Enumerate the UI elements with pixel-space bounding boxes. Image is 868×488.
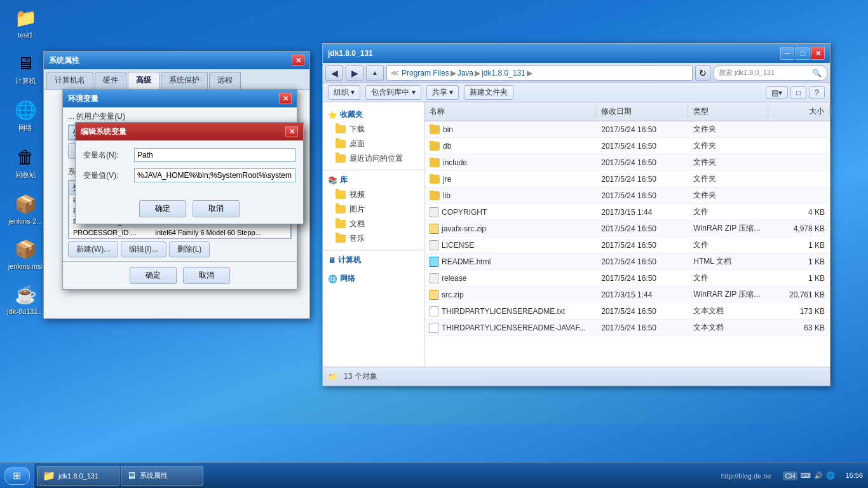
minimize-button[interactable]: ─ [780, 47, 794, 60]
search-box[interactable]: 搜索 jdk1.8.0_131 🔍 [713, 65, 827, 81]
file-row-db[interactable]: db 2017/5/24 16:50 文件夹 [424, 138, 830, 154]
desktop-icon-network[interactable]: 🌐 网络 [6, 98, 44, 133]
file-row-license[interactable]: LICENSE 2017/5/24 16:50 文件 1 KB [424, 237, 830, 254]
editvar-name-input[interactable] [134, 148, 295, 162]
maximize-button[interactable]: □ [796, 47, 810, 60]
tab-advanced[interactable]: 高级 [128, 72, 159, 89]
sys-edit-button[interactable]: 编辑(I)... [121, 241, 166, 257]
editvar-close-button[interactable]: ✕ [285, 126, 298, 137]
library-item-music[interactable]: 音乐 [323, 231, 424, 246]
close-button[interactable]: ✕ [811, 47, 825, 60]
add-to-library-button[interactable]: 包含到库中 ▾ [365, 85, 421, 100]
envvar-title: 环境变量 [68, 93, 98, 104]
favorites-item-desktop[interactable]: 桌面 [323, 137, 424, 151]
envvar-close-button[interactable]: ✕ [279, 93, 292, 104]
tray-icon-2[interactable]: 🌐 [826, 471, 835, 480]
favorites-item-download[interactable]: 下载 [323, 122, 424, 137]
organize-button[interactable]: 组织 ▾ [328, 85, 360, 100]
library-header[interactable]: 📚 库 [323, 173, 424, 187]
explorer-titlebar[interactable]: jdk1.8.0_131 ─ □ ✕ [323, 44, 830, 63]
library-item-pictures[interactable]: 图片 [323, 202, 424, 217]
file-row-javafx-zip[interactable]: javafx-src.zip 2017/5/24 16:50 WinRAR ZI… [424, 220, 830, 237]
lang-indicator[interactable]: CH [783, 471, 798, 480]
col-date-header[interactable]: 修改日期 [596, 105, 688, 118]
back-button[interactable]: ◀ [325, 65, 343, 81]
col-name-header[interactable]: 名称 [424, 105, 596, 118]
computer-icon: 🖥 [14, 51, 37, 74]
txt-icon-thirdparty-javaf [430, 323, 438, 333]
favorites-item-recent[interactable]: 最近访问的位置 [323, 151, 424, 166]
file-row-readme[interactable]: README.html 2017/5/24 16:50 HTML 文档 1 KB [424, 254, 830, 270]
editvar-value-input[interactable] [134, 168, 295, 182]
refresh-button[interactable]: ↻ [695, 65, 710, 81]
library-item-docs[interactable]: 文档 [323, 217, 424, 231]
file-row-thirdparty[interactable]: THIRDPARTYLICENSEREADME.txt 2017/5/24 16… [424, 303, 830, 320]
taskbar-item-sysprop[interactable]: 🖥 系统属性 [121, 466, 203, 486]
sys-var-processor-id[interactable]: PROCESSOR_ID ... Intel64 Family 6 Model … [69, 227, 291, 238]
taskbar-start[interactable]: ⊞ [0, 463, 34, 489]
library-item-video[interactable]: 视频 [323, 187, 424, 202]
envvar-ok-button[interactable]: 确定 [130, 267, 177, 284]
sys-new-button[interactable]: 新建(W)... [68, 241, 118, 257]
html-icon-readme [430, 257, 438, 267]
up-button[interactable]: ▲ [366, 65, 384, 81]
file-row-include[interactable]: include 2017/5/24 16:50 文件夹 [424, 154, 830, 171]
search-icon[interactable]: 🔍 [812, 69, 822, 78]
sysprop-close-button[interactable]: ✕ [292, 55, 304, 66]
tab-remote[interactable]: 远程 [209, 72, 241, 89]
folder-icon-db [430, 142, 440, 151]
editvar-titlebar[interactable]: 编辑系统变量 ✕ [76, 123, 303, 140]
envvar-cancel-button[interactable]: 取消 [183, 267, 230, 284]
address-path-item-1[interactable]: Program Files [402, 69, 449, 78]
desktop-icon-jdk131[interactable]: ☕ jdk-8u131... [6, 283, 44, 315]
file-row-src-zip[interactable]: src.zip 2017/3/15 1:44 WinRAR ZIP 压缩... … [424, 287, 830, 303]
desktop-icon-trash[interactable]: 🗑 回收站 [6, 146, 44, 180]
desktop-icon-computer[interactable]: 🖥 计算机 [6, 51, 44, 86]
envvar-titlebar[interactable]: 环境变量 ✕ [63, 90, 297, 107]
sysprop-titlebar[interactable]: 系统属性 ✕ [44, 51, 309, 69]
col-type-header[interactable]: 类型 [688, 105, 768, 118]
desktop-icon-label-jenkins2: jenkins-2... [6, 217, 44, 225]
file-icon-release [430, 273, 438, 283]
desktop-icon-test1[interactable]: 📁 test1 [6, 6, 44, 39]
library-section: 📚 库 视频 图片 文档 [323, 173, 424, 246]
taskbar-sysprop-icon: 🖥 [126, 470, 137, 482]
view-button[interactable]: ▤▾ [766, 86, 788, 99]
taskbar-item-jdk[interactable]: 📁 jdk1.8.0_131 [37, 466, 119, 486]
tray-icon-1[interactable]: 🔊 [814, 471, 823, 480]
ime-icon[interactable]: ⌨ [801, 471, 811, 480]
computer-header[interactable]: 🖥 计算机 [323, 253, 424, 268]
explorer-title: jdk1.8.0_131 [328, 49, 373, 58]
sys-delete-button[interactable]: 删除(L) [169, 241, 210, 257]
new-folder-button[interactable]: 新建文件夹 [464, 85, 513, 100]
share-button[interactable]: 共享 ▾ [426, 85, 459, 100]
file-row-bin[interactable]: bin 2017/5/24 16:50 文件夹 [424, 121, 830, 138]
col-size-header[interactable]: 大小 [768, 105, 830, 118]
editvar-cancel-button[interactable]: 取消 [193, 200, 240, 217]
file-row-copyright[interactable]: COPYRIGHT 2017/3/15 1:44 文件 4 KB [424, 204, 830, 220]
help-button[interactable]: ? [809, 86, 825, 99]
address-path-item-3[interactable]: jdk1.8.0_131 [482, 69, 526, 78]
favorites-header[interactable]: ⭐ 收藏夹 [323, 107, 424, 122]
editvar-ok-button[interactable]: 确定 [139, 200, 186, 217]
folder-icon-jre [430, 175, 440, 184]
tab-system-protection[interactable]: 系统保护 [161, 72, 208, 89]
forward-button[interactable]: ▶ [346, 65, 363, 81]
preview-button[interactable]: □ [790, 86, 806, 99]
address-path-item-2[interactable]: Java [458, 69, 473, 78]
file-row-thirdparty-javaf[interactable]: THIRDPARTYLICENSEREADME-JAVAF... 2017/5/… [424, 320, 830, 336]
file-row-jre[interactable]: jre 2017/5/24 16:50 文件夹 [424, 171, 830, 187]
video-folder-icon [336, 191, 346, 199]
tab-computer-name[interactable]: 计算机名 [46, 72, 93, 89]
tab-hardware[interactable]: 硬件 [95, 72, 126, 89]
taskbar-clock[interactable]: 16:56 [840, 471, 868, 480]
network-header[interactable]: 🌐 网络 [323, 271, 424, 286]
trash-icon: 🗑 [14, 146, 37, 168]
file-row-lib[interactable]: lib 2017/5/24 16:50 文件夹 [424, 187, 830, 204]
desktop-icon-jenkins-msi[interactable]: 📦 jenkins.msi [6, 238, 44, 270]
start-button[interactable]: ⊞ [4, 467, 30, 485]
explorer-nav-toolbar: ◀ ▶ ▲ ≪ Program Files ▶ Java ▶ jdk1.8.0_… [323, 63, 830, 83]
address-bar[interactable]: ≪ Program Files ▶ Java ▶ jdk1.8.0_131 ▶ [386, 65, 693, 81]
file-row-release[interactable]: release 2017/5/24 16:50 文件 1 KB [424, 270, 830, 287]
desktop-icon-jenkins2[interactable]: 📦 jenkins-2... [6, 193, 44, 225]
